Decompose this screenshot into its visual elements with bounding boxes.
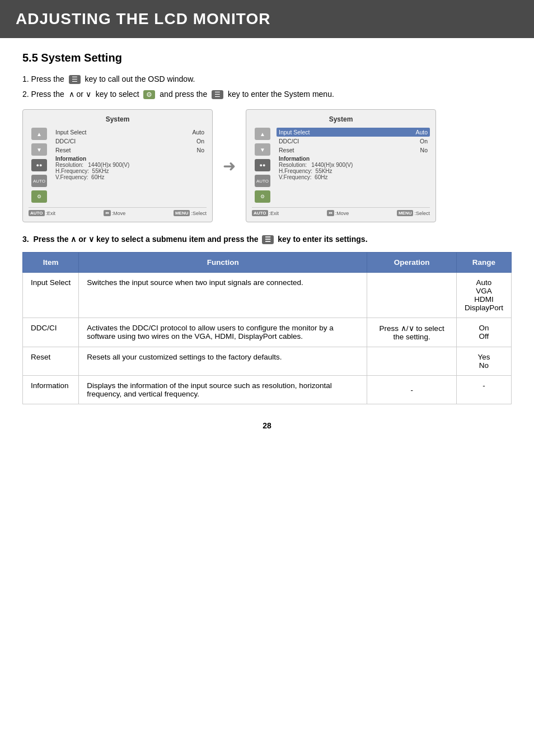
menu-icon-step3: ☰ <box>262 235 274 244</box>
osd-right-footer: AUTO :Exit ⇔ :Move MENU :Select <box>252 207 430 216</box>
item-information: Information <box>23 376 79 404</box>
osd-left-info: Information Resolution: 1440(H)x 900(V) … <box>53 155 207 181</box>
osd-left-row-3: Reset No <box>53 146 207 155</box>
operation-ddc-ci: Press ∧/∨ to select the setting. <box>367 318 457 347</box>
system-icon-step2: ⚙ <box>143 90 155 99</box>
osd-left-body: ▲ ▼ ●● AUTO ⚙ Input Select Auto DDC/CI O… <box>29 128 207 203</box>
table-row: Information Displays the information of … <box>23 376 512 404</box>
operation-reset <box>367 347 457 376</box>
content-area: 5.5 System Setting 1. Press the ☰ key to… <box>0 52 534 452</box>
osd-left-footer: AUTO :Exit ⇔ :Move MENU :Select <box>29 207 207 216</box>
col-operation: Operation <box>367 253 457 273</box>
osd-icon-auto: AUTO <box>31 175 47 187</box>
osd-right-icon-settings: ●● <box>255 159 270 171</box>
function-input-select: Switches the input source when two input… <box>79 273 367 318</box>
osd-right-icons: ▲ ▼ ●● AUTO ⚙ <box>252 128 273 203</box>
osd-right-body: ▲ ▼ ●● AUTO ⚙ Input Select Auto DDC/CI O… <box>252 128 430 203</box>
steps-list: 1. Press the ☰ key to call out the OSD w… <box>22 74 512 99</box>
table-header-row: Item Function Operation Range <box>23 253 512 273</box>
function-information: Displays the information of the input so… <box>79 376 367 404</box>
step-2: 2. Press the ∧ or ∨ key to select ⚙ and … <box>22 90 512 99</box>
table-row: DDC/CI Activates the DDC/CI protocol to … <box>23 318 512 347</box>
page-number: 28 <box>22 421 512 430</box>
operation-input-select <box>367 273 457 318</box>
osd-icon-arrow-down: ▼ <box>31 143 47 156</box>
page-title: ADJUSTING THE LCD MONITOR <box>16 10 518 28</box>
osd-right-icon-arrow-up: ▲ <box>255 128 270 140</box>
osd-right-icon-gear: ⚙ <box>255 190 270 203</box>
osd-right-row-3: Reset No <box>277 146 430 155</box>
table-row: Input Select Switches the input source w… <box>23 273 512 318</box>
col-function: Function <box>79 253 367 273</box>
range-input-select: AutoVGAHDMIDisplayPort <box>456 273 511 318</box>
osd-right-menu: Input Select Auto DDC/CI On Reset No Inf… <box>277 128 430 203</box>
menu-icon-step1: ☰ <box>69 75 81 84</box>
osd-panels-row: System ▲ ▼ ●● AUTO ⚙ Input Select Auto <box>22 109 512 222</box>
section-title: 5.5 System Setting <box>22 52 512 64</box>
table-row: Reset Resets all your customized setting… <box>23 347 512 376</box>
range-reset: YesNo <box>456 347 511 376</box>
operation-information: - <box>367 376 457 404</box>
osd-right-icon-auto: AUTO <box>255 175 270 187</box>
range-ddc-ci: OnOff <box>456 318 511 347</box>
function-reset: Resets all your customized settings to t… <box>79 347 367 376</box>
osd-right-row-1-highlighted: Input Select Auto <box>277 128 430 137</box>
settings-table: Item Function Operation Range Input Sele… <box>22 252 512 404</box>
osd-left-icons: ▲ ▼ ●● AUTO ⚙ <box>29 128 50 203</box>
arrow-between-panels: ➜ <box>223 157 236 175</box>
osd-right-info: Information Resolution: 1440(H)x 900(V) … <box>277 155 430 181</box>
osd-right-icon-arrow-down: ▼ <box>255 143 270 156</box>
osd-right-row-2: DDC/CI On <box>277 137 430 146</box>
header-banner: ADJUSTING THE LCD MONITOR <box>0 0 534 38</box>
item-ddc-ci: DDC/CI <box>23 318 79 347</box>
item-input-select: Input Select <box>23 273 79 318</box>
col-item: Item <box>23 253 79 273</box>
menu-icon-step2: ☰ <box>212 90 223 99</box>
item-reset: Reset <box>23 347 79 376</box>
arrow-keys-label: ∧ or ∨ <box>69 90 93 99</box>
osd-left-row-1: Input Select Auto <box>53 128 207 137</box>
osd-panel-right: System ▲ ▼ ●● AUTO ⚙ Input Select Auto <box>246 109 436 222</box>
osd-icon-arrow-up: ▲ <box>31 128 47 140</box>
step-3: 3. Press the ∧ or ∨ key to select a subm… <box>22 235 512 244</box>
osd-left-row-2: DDC/CI On <box>53 137 207 146</box>
osd-left-menu: Input Select Auto DDC/CI On Reset No Inf… <box>53 128 207 203</box>
osd-icon-gear-left: ⚙ <box>31 190 47 203</box>
function-ddc-ci: Activates the DDC/CI protocol to allow u… <box>79 318 367 347</box>
col-range: Range <box>456 253 511 273</box>
osd-icon-settings: ●● <box>31 159 47 171</box>
step-1: 1. Press the ☰ key to call out the OSD w… <box>22 74 512 84</box>
range-information: - <box>456 376 511 404</box>
osd-right-title: System <box>252 115 430 123</box>
osd-left-title: System <box>29 115 207 123</box>
osd-panel-left: System ▲ ▼ ●● AUTO ⚙ Input Select Auto <box>22 109 213 222</box>
